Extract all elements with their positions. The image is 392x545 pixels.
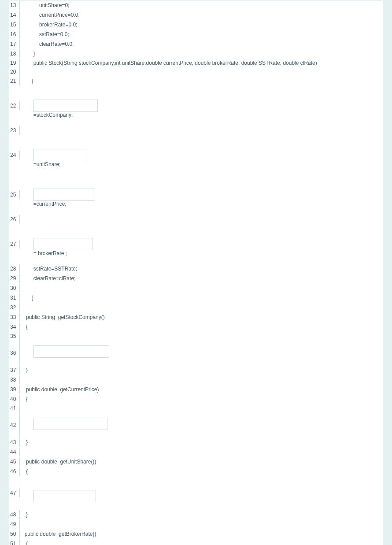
code-text: }: [20, 510, 383, 519]
line-number: 38: [9, 375, 20, 384]
line-number: 49: [9, 520, 20, 529]
code-line: 17 clearRate=0.0;: [9, 39, 383, 49]
code-text: [20, 451, 383, 453]
code-line: 15 brokerRate=0.0;: [9, 20, 383, 30]
line-number: 29: [9, 274, 20, 283]
code-line: 49: [9, 519, 383, 529]
code-text: public double getUnitShare((): [20, 457, 383, 466]
code-line: 37 }: [9, 365, 383, 375]
line-number: 19: [9, 59, 20, 67]
code-text: {: [20, 395, 383, 404]
line-number: 45: [9, 457, 20, 466]
line-number: 18: [9, 49, 20, 58]
code-line: 44: [9, 447, 383, 457]
code-line: 38: [9, 375, 383, 385]
code-line: 19 20 public Stock(String stockCompany,i…: [9, 59, 383, 76]
code-text: public double getBrokerRate(): [20, 530, 383, 538]
line-number: 47: [9, 489, 20, 497]
code-line: 14 currentPrice=0.0;: [9, 10, 383, 20]
line-number: 35: [9, 332, 20, 349]
code-text: = brokerRate ;: [33, 250, 67, 256]
code-text: =stockCompany;: [33, 112, 73, 118]
line-number: 44: [9, 448, 20, 456]
line-number: 24: [9, 151, 20, 159]
code-line: 31 }: [9, 293, 383, 303]
line-number: 14: [9, 11, 20, 19]
line-number: 22: [9, 101, 20, 110]
line-number: 13: [9, 1, 20, 10]
code-text: unitShare=0;: [20, 1, 383, 10]
code-line: 25 =currentPrice;: [9, 175, 383, 215]
code-line: 22 =stockCompany;: [9, 86, 383, 126]
code-text: brokerRate=0.0;: [20, 20, 383, 29]
code-text: =currentPrice;: [33, 201, 67, 207]
line-number: 50: [9, 530, 20, 538]
line-number: 15: [9, 20, 20, 29]
line-number: 39: [9, 385, 20, 394]
line-number: 48: [9, 510, 20, 519]
blank-get-current-price[interactable]: [33, 418, 107, 430]
code-text: }: [20, 49, 383, 58]
code-text: public Stock(String stockCompany,int uni…: [20, 59, 383, 76]
line-number: 27: [9, 240, 20, 248]
code-line: 18 }: [9, 49, 383, 59]
code-text: }: [20, 438, 383, 447]
line-number: 33: [9, 313, 20, 322]
code-line: 23: [9, 126, 383, 135]
code-line: 43 }: [9, 437, 383, 447]
code-line: 27 = brokerRate ;: [9, 224, 383, 264]
code-text: currentPrice=0.0;: [20, 11, 383, 19]
blank-get-unit-share[interactable]: [33, 490, 96, 502]
code-text: public double getCurrentPrice): [20, 385, 383, 394]
blank-unit-share[interactable]: [33, 149, 86, 161]
code-text: clearRate=0.0;: [20, 40, 383, 48]
code-text: }: [20, 366, 383, 374]
line-number: 43: [9, 438, 20, 447]
code-editor: 13 unitShare=0; 14 currentPrice=0.0; 15 …: [9, 0, 383, 545]
line-number: 23: [9, 126, 20, 135]
code-line: 16 sstRate=0.0;: [9, 30, 383, 39]
line-number: 46: [9, 467, 20, 476]
code-line: 33 public String getStockCompany(): [9, 312, 383, 322]
blank-stock-company[interactable]: [33, 100, 98, 112]
code-line: 47: [9, 476, 383, 510]
code-line: 51 {: [9, 539, 383, 545]
code-text: [20, 523, 383, 526]
line-number: 34: [9, 323, 20, 331]
line-number: 41: [9, 404, 20, 421]
code-line: 28 sstRate=SSTRate;: [9, 264, 383, 274]
line-number: 30: [9, 284, 20, 293]
code-line: 21 {: [9, 76, 383, 86]
code-text: {: [20, 539, 383, 545]
blank-current-price[interactable]: [33, 189, 95, 201]
code-line: 34 {: [9, 322, 383, 332]
line-number: 17: [9, 40, 20, 48]
line-number: 42: [9, 421, 20, 437]
code-line: 32: [9, 303, 383, 312]
line-number: 26: [9, 215, 20, 224]
line-number: 32: [9, 303, 20, 312]
code-line: 35 36: [9, 332, 383, 365]
line-number: 28: [9, 264, 20, 273]
code-line: 39 public double getCurrentPrice): [9, 385, 383, 394]
code-text: {: [20, 77, 383, 85]
code-text: }: [20, 293, 383, 302]
blank-get-stock-company[interactable]: [33, 345, 109, 358]
code-text: {: [20, 323, 383, 331]
code-text: {: [20, 467, 383, 476]
code-line: 48 }: [9, 510, 383, 519]
code-line: 24 =unitShare;: [9, 135, 383, 175]
code-line: 13 unitShare=0;: [9, 0, 383, 10]
code-text: =unitShare;: [33, 161, 61, 167]
code-line: 30: [9, 283, 383, 293]
code-text: [20, 378, 383, 381]
line-number: 37: [9, 366, 20, 374]
code-line: 29 clearRate=clRate;: [9, 274, 383, 283]
code-text: [20, 306, 383, 309]
code-line: 46 {: [9, 467, 383, 476]
line-number: 21: [9, 77, 20, 85]
code-line: 45 public double getUnitShare((): [9, 457, 383, 467]
blank-broker-rate[interactable]: [33, 238, 92, 250]
code-line: 50 public double getBrokerRate(): [9, 529, 383, 539]
line-number: 25: [9, 190, 20, 199]
